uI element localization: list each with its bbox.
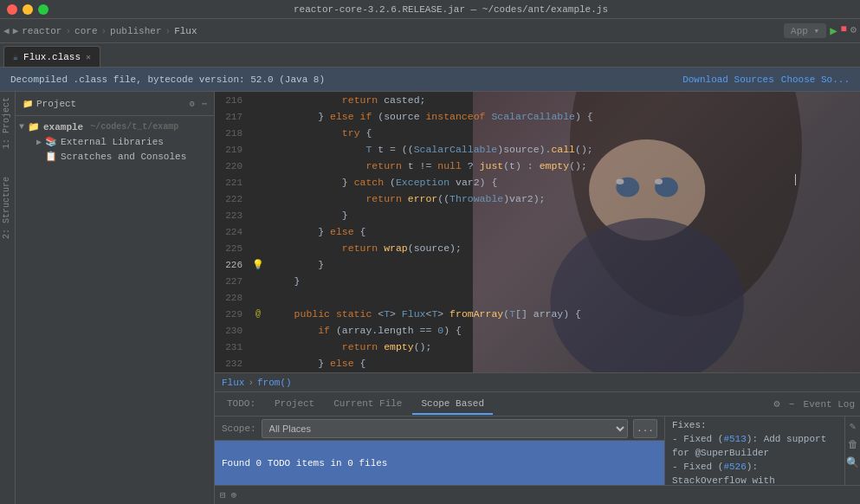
annotation-marker: @	[249, 309, 267, 319]
structure-tab-label[interactable]: 2: Structure	[0, 171, 15, 244]
tab-close-icon[interactable]: ✕	[86, 52, 91, 62]
app-dropdown[interactable]: App ▾	[784, 23, 826, 38]
editor-column: 216 return casted; 217 } else if (source…	[215, 92, 860, 504]
code-line-219: 219 T t = ((ScalarCallable)source).call(…	[215, 141, 860, 158]
todo-right-panel: Fixes: - Fixed (#513): Add support for @…	[665, 417, 844, 485]
delete-icon[interactable]: 🗑	[848, 438, 858, 451]
code-line-232: 232 } else {	[215, 355, 860, 372]
sidebar: 📁 Project ⚙ ⋯ ▼ 📁 example ~/codes/t_t/ex…	[16, 92, 215, 504]
choose-sources-button[interactable]: Choose So...	[781, 74, 850, 85]
editor-area[interactable]: 216 return casted; 217 } else if (source…	[215, 92, 860, 372]
event-log-link[interactable]: Event Log	[802, 397, 857, 411]
tab-current-file[interactable]: Current File	[325, 394, 411, 415]
tab-bar: ☕ Flux.class ✕	[0, 43, 860, 68]
code-line-216: 216 return casted;	[215, 92, 860, 108]
title-bar: reactor-core-3.2.6.RELEASE.jar — ~/codes…	[0, 0, 860, 19]
project-label: Project	[36, 99, 76, 109]
nav-item-core[interactable]: core	[74, 26, 97, 36]
fix-item-2: - Fixed (#526): StackOverflow with Lombo…	[672, 460, 837, 485]
example-label: example	[43, 122, 83, 132]
search-icon[interactable]: 🔍	[846, 456, 859, 469]
expand-icon: ▶	[36, 137, 42, 147]
tab-project[interactable]: Project	[266, 394, 323, 415]
code-line-218: 218 try {	[215, 125, 860, 141]
scratches-icon: 📋	[45, 151, 57, 162]
bottom-tabs: TODO: Project Current File Scope Based ⚙…	[215, 392, 860, 417]
todo-scope-bar: Scope: All Places ...	[215, 417, 664, 441]
todo-result-text: Found 0 TODO items in 0 files	[222, 458, 387, 468]
library-icon: 📚	[45, 136, 57, 147]
scope-label: Scope:	[222, 423, 256, 434]
code-line-217: 217 } else if (source instanceof ScalarC…	[215, 108, 860, 125]
code-line-223: 223 }	[215, 207, 860, 223]
scope-dropdown[interactable]: All Places	[262, 419, 628, 438]
code-line-229: 229 @ public static <T> Flux<T> fromArra…	[215, 306, 860, 322]
sidebar-gear-icon[interactable]: ⚙	[190, 99, 195, 109]
sidebar-item-example[interactable]: ▼ 📁 example ~/codes/t_t/examp	[16, 120, 214, 134]
settings-bottom-icon[interactable]: ⚙	[772, 396, 781, 412]
fix-item-1: - Fixed (#513): Add support for @SuperBu…	[672, 432, 837, 460]
code-line-221: 221 } catch (Exception var2) {	[215, 174, 860, 191]
bottom-row: ⊟ ⊕	[215, 485, 860, 504]
settings-icon[interactable]: ⚙	[850, 23, 857, 38]
stop-btn[interactable]: ■	[841, 23, 847, 38]
scratches-label: Scratches and Consoles	[61, 152, 186, 162]
todo-left-panel: Scope: All Places ... Found 0 TODO items…	[215, 417, 665, 485]
fixes-list: - Fixed (#513): Add support for @SuperBu…	[672, 432, 837, 485]
nav-item-reactor[interactable]: reactor	[22, 26, 61, 36]
code-line-226: 226 💡 }	[215, 256, 860, 273]
nav-item-publisher[interactable]: publisher	[110, 26, 161, 36]
info-bar: Decompiled .class file, bytecode version…	[0, 68, 860, 92]
code-lines: 216 return casted; 217 } else if (source…	[215, 92, 860, 372]
breadcrumb-from[interactable]: from()	[257, 378, 292, 388]
download-sources-button[interactable]: Download Sources	[682, 74, 774, 85]
lightbulb-icon[interactable]: 💡	[249, 259, 267, 270]
tab-scope-based[interactable]: Scope Based	[412, 394, 493, 415]
todo-result-row: Found 0 TODO items in 0 files	[215, 441, 664, 485]
folder-icon: 📁	[23, 99, 33, 109]
code-line-233: 233 return array.length == 1 ? just(arra…	[215, 372, 860, 372]
fix-link-526[interactable]: #526	[723, 462, 746, 472]
code-line-227: 227 }	[215, 273, 860, 289]
code-line-222: 222 return error((Throwable)var2);	[215, 191, 860, 207]
sidebar-content: ▼ 📁 example ~/codes/t_t/examp ▶ 📚 Extern…	[16, 116, 214, 504]
code-line-231: 231 return empty();	[215, 339, 860, 355]
close-btn[interactable]	[7, 4, 17, 15]
bottom-icons: ⚙ – Event Log	[772, 396, 857, 412]
content-area: 1: Project 2: Structure 📁 Project ⚙ ⋯ ▼ …	[0, 92, 860, 504]
nav-forward-icon[interactable]: ▶	[13, 25, 19, 36]
breadcrumb-flux[interactable]: Flux	[222, 378, 244, 388]
minus-icon[interactable]: –	[786, 397, 796, 412]
tab-flux-class[interactable]: ☕ Flux.class ✕	[3, 46, 100, 67]
fix-link-513[interactable]: #513	[723, 434, 746, 444]
code-line-220: 220 return t != null ? just(t) : empty()…	[215, 158, 860, 174]
left-side-labels: 1: Project 2: Structure	[0, 92, 16, 504]
expand-all-icon[interactable]: ⊕	[231, 489, 237, 501]
run-btn[interactable]: ▶	[830, 23, 837, 38]
minimize-btn[interactable]	[23, 4, 33, 15]
nav-back-icon[interactable]: ◀	[3, 25, 10, 36]
maximize-btn[interactable]	[38, 4, 48, 15]
tab-label: Flux.class	[23, 52, 81, 62]
sidebar-item-external-libraries[interactable]: ▶ 📚 External Libraries	[16, 134, 214, 149]
nav-bar: ◀ ▶ reactor › core › publisher › Flux Ap…	[0, 19, 860, 43]
code-line-230: 230 if (array.length == 0) {	[215, 322, 860, 339]
editor-breadcrumb: Flux › from()	[215, 372, 860, 391]
sidebar-item-scratches[interactable]: ▶ 📋 Scratches and Consoles	[16, 149, 214, 164]
project-tab-label[interactable]: 1: Project	[0, 92, 15, 154]
tab-todo-label: TODO:	[218, 394, 264, 415]
sidebar-header: 📁 Project ⚙ ⋯	[16, 92, 214, 116]
sidebar-expand-icon[interactable]: ⋯	[202, 99, 207, 109]
right-icons-panel: ✎ 🗑 🔍	[844, 417, 860, 485]
expand-icon: ▼	[19, 122, 24, 132]
bottom-content: Scope: All Places ... Found 0 TODO items…	[215, 417, 860, 485]
nav-item-flux[interactable]: Flux	[174, 26, 197, 36]
edit-icon[interactable]: ✎	[850, 420, 856, 433]
decompiled-notice: Decompiled .class file, bytecode version…	[10, 74, 676, 85]
code-line-228: 228	[215, 289, 860, 306]
java-file-icon: ☕	[13, 52, 18, 62]
scope-more-btn[interactable]: ...	[633, 419, 657, 438]
code-line-224: 224 } else {	[215, 223, 860, 240]
filter-icon[interactable]: ⊟	[220, 489, 226, 501]
bottom-panel: TODO: Project Current File Scope Based ⚙…	[215, 391, 860, 504]
